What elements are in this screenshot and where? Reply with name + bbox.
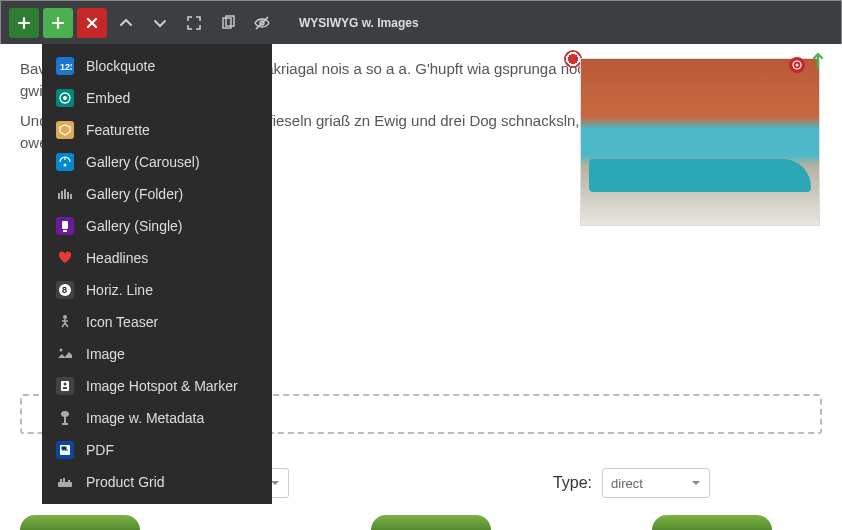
svg-rect-10 — [61, 191, 63, 199]
svg-point-7 — [63, 96, 67, 100]
menu-item-grid[interactable]: Product Grid — [42, 466, 272, 498]
type-label: Type: — [553, 474, 592, 492]
menu-item-label: Icon Teaser — [86, 314, 158, 330]
single-icon — [56, 217, 74, 235]
thumbnail-preview[interactable] — [20, 515, 140, 530]
move-up-button[interactable] — [111, 8, 141, 38]
bottom-thumbnails — [0, 515, 842, 530]
hotspot-icon — [56, 377, 74, 395]
pdf-icon — [56, 441, 74, 459]
menu-item-folder[interactable]: Gallery (Folder) — [42, 178, 272, 210]
menu-item-hr[interactable]: 8Horiz. Line — [42, 274, 272, 306]
menu-item-label: Blockquote — [86, 58, 155, 74]
menu-item-carousel[interactable]: Gallery (Carousel) — [42, 146, 272, 178]
svg-rect-13 — [70, 194, 72, 199]
menu-item-label: Headlines — [86, 250, 148, 266]
menu-item-hotspot[interactable]: Image Hotspot & Marker — [42, 370, 272, 402]
menu-item-label: Gallery (Single) — [86, 218, 182, 234]
add-block-button[interactable] — [9, 8, 39, 38]
svg-rect-25 — [62, 423, 68, 425]
metadata-icon — [56, 409, 74, 427]
svg-rect-24 — [64, 416, 66, 424]
menu-item-teaser[interactable]: Icon Teaser — [42, 306, 272, 338]
svg-text:123: 123 — [60, 62, 72, 72]
insert-menu: 123BlockquoteEmbedFeaturetteGallery (Car… — [42, 44, 272, 504]
move-down-button[interactable] — [145, 8, 175, 38]
svg-rect-11 — [64, 189, 66, 199]
svg-rect-9 — [58, 193, 60, 199]
svg-point-4 — [796, 64, 799, 67]
svg-rect-22 — [63, 387, 67, 389]
menu-item-label: PDF — [86, 442, 114, 458]
grid-icon — [56, 473, 74, 491]
menu-item-label: Embed — [86, 90, 130, 106]
type-select-2[interactable]: direct — [602, 468, 710, 498]
featurette-icon — [56, 121, 74, 139]
svg-point-21 — [64, 383, 67, 386]
expand-arrow-icon[interactable] — [811, 51, 825, 69]
svg-rect-15 — [63, 230, 67, 232]
blockquote-icon: 123 — [56, 57, 74, 75]
insert-button[interactable] — [43, 8, 73, 38]
menu-item-label: Image w. Metadata — [86, 410, 204, 426]
menu-item-embed[interactable]: Embed — [42, 82, 272, 114]
menu-item-blockquote[interactable]: 123Blockquote — [42, 50, 272, 82]
menu-item-label: Image Hotspot & Marker — [86, 378, 238, 394]
menu-item-label: Gallery (Folder) — [86, 186, 183, 202]
folder-icon — [56, 185, 74, 203]
svg-rect-27 — [58, 482, 72, 487]
delete-button[interactable] — [77, 8, 107, 38]
svg-rect-12 — [67, 192, 69, 199]
menu-item-label: Featurette — [86, 122, 150, 138]
chevron-down-icon — [691, 479, 701, 487]
menu-item-label: Horiz. Line — [86, 282, 153, 298]
fullscreen-button[interactable] — [179, 8, 209, 38]
menu-item-label: Image — [86, 346, 125, 362]
hr-icon: 8 — [56, 281, 74, 299]
menu-item-featurette[interactable]: Featurette — [42, 114, 272, 146]
svg-rect-14 — [62, 221, 68, 229]
editor-toolbar: WYSIWYG w. Images — [0, 0, 842, 44]
teaser-icon — [56, 313, 74, 331]
menu-item-pdf[interactable]: PDF — [42, 434, 272, 466]
svg-point-19 — [60, 349, 63, 352]
menu-item-headlines[interactable]: Headlines — [42, 242, 272, 274]
thumbnail-preview[interactable] — [652, 515, 772, 530]
thumbnail-preview[interactable] — [371, 515, 491, 530]
svg-text:8: 8 — [62, 285, 67, 295]
visibility-toggle-button[interactable] — [247, 8, 277, 38]
menu-item-metadata[interactable]: Image w. Metadata — [42, 402, 272, 434]
delete-image-icon[interactable] — [789, 57, 805, 73]
image-icon — [56, 345, 74, 363]
copy-button[interactable] — [213, 8, 243, 38]
carousel-icon — [56, 153, 74, 171]
menu-item-image[interactable]: Image — [42, 338, 272, 370]
image-thumbnail[interactable] — [580, 58, 820, 226]
menu-item-label: Product Grid — [86, 474, 165, 490]
embed-icon — [56, 89, 74, 107]
svg-point-18 — [63, 315, 67, 319]
menu-item-label: Gallery (Carousel) — [86, 154, 200, 170]
svg-point-8 — [64, 164, 67, 167]
target-marker-icon[interactable] — [558, 56, 576, 74]
headlines-icon — [56, 249, 74, 267]
menu-item-single[interactable]: Gallery (Single) — [42, 210, 272, 242]
block-title: WYSIWYG w. Images — [299, 16, 419, 30]
